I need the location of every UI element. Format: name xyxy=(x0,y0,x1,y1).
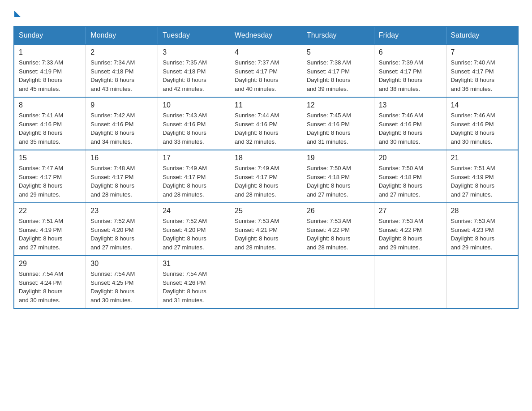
day-number: 10 xyxy=(163,101,225,109)
day-info: Sunrise: 7:41 AMSunset: 4:16 PMDaylight:… xyxy=(19,111,81,146)
calendar-week-row: 1 Sunrise: 7:33 AMSunset: 4:19 PMDayligh… xyxy=(14,44,518,97)
header-tuesday: Tuesday xyxy=(158,26,230,44)
day-number: 1 xyxy=(19,48,81,56)
calendar-cell: 29 Sunrise: 7:54 AMSunset: 4:24 PMDaylig… xyxy=(14,256,86,308)
day-number: 16 xyxy=(90,154,153,162)
calendar-cell: 4 Sunrise: 7:37 AMSunset: 4:17 PMDayligh… xyxy=(230,44,302,97)
day-info: Sunrise: 7:44 AMSunset: 4:16 PMDaylight:… xyxy=(235,111,297,146)
calendar-cell: 17 Sunrise: 7:49 AMSunset: 4:17 PMDaylig… xyxy=(158,150,230,203)
day-number: 18 xyxy=(235,154,297,162)
day-number: 4 xyxy=(235,48,297,56)
calendar-cell: 18 Sunrise: 7:49 AMSunset: 4:17 PMDaylig… xyxy=(230,150,302,203)
day-info: Sunrise: 7:37 AMSunset: 4:17 PMDaylight:… xyxy=(235,58,297,93)
day-info: Sunrise: 7:35 AMSunset: 4:18 PMDaylight:… xyxy=(163,58,225,93)
day-info: Sunrise: 7:54 AMSunset: 4:26 PMDaylight:… xyxy=(163,270,225,304)
calendar-cell: 5 Sunrise: 7:38 AMSunset: 4:17 PMDayligh… xyxy=(302,44,374,97)
day-info: Sunrise: 7:46 AMSunset: 4:16 PMDaylight:… xyxy=(451,111,513,146)
calendar-cell: 20 Sunrise: 7:50 AMSunset: 4:18 PMDaylig… xyxy=(374,150,446,203)
calendar-cell: 9 Sunrise: 7:42 AMSunset: 4:16 PMDayligh… xyxy=(86,97,158,150)
calendar-table: SundayMondayTuesdayWednesdayThursdayFrid… xyxy=(13,26,519,309)
day-info: Sunrise: 7:53 AMSunset: 4:21 PMDaylight:… xyxy=(235,217,297,252)
day-info: Sunrise: 7:50 AMSunset: 4:18 PMDaylight:… xyxy=(307,164,369,199)
day-number: 13 xyxy=(379,101,442,109)
day-info: Sunrise: 7:48 AMSunset: 4:17 PMDaylight:… xyxy=(90,164,153,199)
day-info: Sunrise: 7:46 AMSunset: 4:16 PMDaylight:… xyxy=(379,111,442,146)
day-number: 7 xyxy=(451,48,513,56)
calendar-cell: 1 Sunrise: 7:33 AMSunset: 4:19 PMDayligh… xyxy=(14,44,86,97)
logo-arrow-icon xyxy=(14,11,21,17)
calendar-cell xyxy=(302,256,374,308)
day-info: Sunrise: 7:43 AMSunset: 4:16 PMDaylight:… xyxy=(163,111,225,146)
day-info: Sunrise: 7:34 AMSunset: 4:18 PMDaylight:… xyxy=(90,58,153,93)
day-info: Sunrise: 7:54 AMSunset: 4:25 PMDaylight:… xyxy=(90,270,153,304)
day-info: Sunrise: 7:45 AMSunset: 4:16 PMDaylight:… xyxy=(307,111,369,146)
calendar-cell: 7 Sunrise: 7:40 AMSunset: 4:17 PMDayligh… xyxy=(446,44,518,97)
day-info: Sunrise: 7:53 AMSunset: 4:22 PMDaylight:… xyxy=(379,217,442,252)
day-info: Sunrise: 7:33 AMSunset: 4:19 PMDaylight:… xyxy=(19,58,81,93)
day-number: 20 xyxy=(379,154,442,162)
calendar-cell: 14 Sunrise: 7:46 AMSunset: 4:16 PMDaylig… xyxy=(446,97,518,150)
calendar-cell xyxy=(446,256,518,308)
day-number: 14 xyxy=(451,101,513,109)
calendar-cell xyxy=(374,256,446,308)
calendar-header-row: SundayMondayTuesdayWednesdayThursdayFrid… xyxy=(14,26,518,44)
day-number: 3 xyxy=(163,48,225,56)
day-number: 31 xyxy=(163,260,225,268)
day-number: 5 xyxy=(307,48,369,56)
day-number: 26 xyxy=(307,207,369,215)
calendar-cell: 27 Sunrise: 7:53 AMSunset: 4:22 PMDaylig… xyxy=(374,203,446,256)
calendar-cell: 22 Sunrise: 7:51 AMSunset: 4:19 PMDaylig… xyxy=(14,203,86,256)
day-number: 15 xyxy=(19,154,81,162)
calendar-week-row: 15 Sunrise: 7:47 AMSunset: 4:17 PMDaylig… xyxy=(14,150,518,203)
day-number: 2 xyxy=(90,48,153,56)
calendar-cell: 16 Sunrise: 7:48 AMSunset: 4:17 PMDaylig… xyxy=(86,150,158,203)
calendar-cell: 11 Sunrise: 7:44 AMSunset: 4:16 PMDaylig… xyxy=(230,97,302,150)
day-number: 8 xyxy=(19,101,81,109)
header-saturday: Saturday xyxy=(446,26,518,44)
calendar-cell: 23 Sunrise: 7:52 AMSunset: 4:20 PMDaylig… xyxy=(86,203,158,256)
header-wednesday: Wednesday xyxy=(230,26,302,44)
calendar-cell: 30 Sunrise: 7:54 AMSunset: 4:25 PMDaylig… xyxy=(86,256,158,308)
calendar-cell: 24 Sunrise: 7:52 AMSunset: 4:20 PMDaylig… xyxy=(158,203,230,256)
logo-top xyxy=(13,9,21,17)
day-number: 24 xyxy=(163,207,225,215)
calendar-cell: 25 Sunrise: 7:53 AMSunset: 4:21 PMDaylig… xyxy=(230,203,302,256)
day-info: Sunrise: 7:47 AMSunset: 4:17 PMDaylight:… xyxy=(19,164,81,199)
day-info: Sunrise: 7:39 AMSunset: 4:17 PMDaylight:… xyxy=(379,58,442,93)
day-info: Sunrise: 7:51 AMSunset: 4:19 PMDaylight:… xyxy=(19,217,81,252)
day-info: Sunrise: 7:52 AMSunset: 4:20 PMDaylight:… xyxy=(90,217,153,252)
calendar-cell xyxy=(230,256,302,308)
day-info: Sunrise: 7:50 AMSunset: 4:18 PMDaylight:… xyxy=(379,164,442,199)
calendar-cell: 19 Sunrise: 7:50 AMSunset: 4:18 PMDaylig… xyxy=(302,150,374,203)
day-number: 19 xyxy=(307,154,369,162)
calendar-cell: 10 Sunrise: 7:43 AMSunset: 4:16 PMDaylig… xyxy=(158,97,230,150)
calendar-cell: 28 Sunrise: 7:53 AMSunset: 4:23 PMDaylig… xyxy=(446,203,518,256)
day-info: Sunrise: 7:38 AMSunset: 4:17 PMDaylight:… xyxy=(307,58,369,93)
logo xyxy=(13,9,21,17)
day-info: Sunrise: 7:54 AMSunset: 4:24 PMDaylight:… xyxy=(19,270,81,304)
day-number: 6 xyxy=(379,48,442,56)
calendar-week-row: 29 Sunrise: 7:54 AMSunset: 4:24 PMDaylig… xyxy=(14,256,518,308)
day-info: Sunrise: 7:53 AMSunset: 4:22 PMDaylight:… xyxy=(307,217,369,252)
calendar-cell: 3 Sunrise: 7:35 AMSunset: 4:18 PMDayligh… xyxy=(158,44,230,97)
header-sunday: Sunday xyxy=(14,26,86,44)
day-info: Sunrise: 7:49 AMSunset: 4:17 PMDaylight:… xyxy=(163,164,225,199)
calendar-cell: 26 Sunrise: 7:53 AMSunset: 4:22 PMDaylig… xyxy=(302,203,374,256)
calendar-cell: 31 Sunrise: 7:54 AMSunset: 4:26 PMDaylig… xyxy=(158,256,230,308)
day-number: 25 xyxy=(235,207,297,215)
day-number: 22 xyxy=(19,207,81,215)
calendar-week-row: 8 Sunrise: 7:41 AMSunset: 4:16 PMDayligh… xyxy=(14,97,518,150)
day-info: Sunrise: 7:52 AMSunset: 4:20 PMDaylight:… xyxy=(163,217,225,252)
header-thursday: Thursday xyxy=(302,26,374,44)
day-number: 28 xyxy=(451,207,513,215)
day-number: 12 xyxy=(307,101,369,109)
day-number: 27 xyxy=(379,207,442,215)
day-info: Sunrise: 7:51 AMSunset: 4:19 PMDaylight:… xyxy=(451,164,513,199)
day-number: 23 xyxy=(90,207,153,215)
calendar-cell: 2 Sunrise: 7:34 AMSunset: 4:18 PMDayligh… xyxy=(86,44,158,97)
header-friday: Friday xyxy=(374,26,446,44)
day-info: Sunrise: 7:49 AMSunset: 4:17 PMDaylight:… xyxy=(235,164,297,199)
day-info: Sunrise: 7:42 AMSunset: 4:16 PMDaylight:… xyxy=(90,111,153,146)
page-header xyxy=(13,9,519,17)
calendar-cell: 12 Sunrise: 7:45 AMSunset: 4:16 PMDaylig… xyxy=(302,97,374,150)
